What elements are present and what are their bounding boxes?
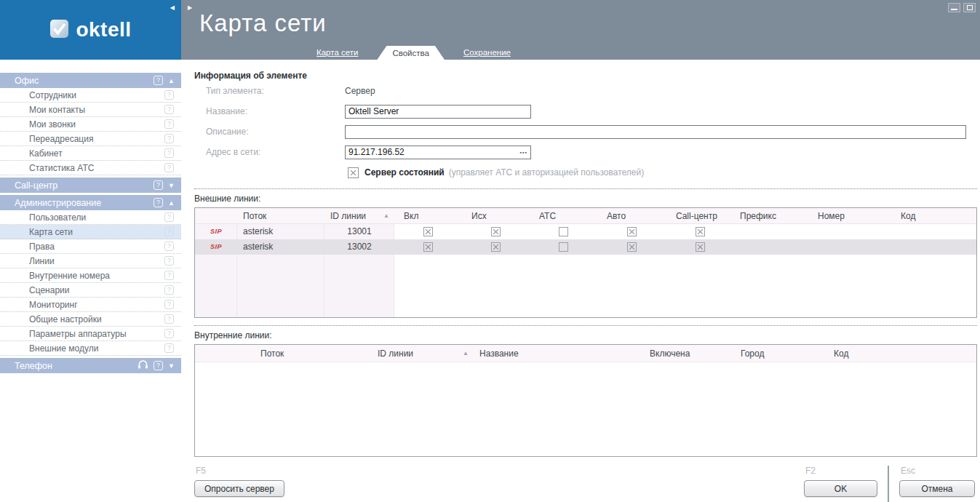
minimize-button[interactable] <box>948 3 960 12</box>
sidebar-item-external-modules[interactable]: Внешние модули? <box>0 341 181 356</box>
sidebar-collapse-icon[interactable]: ◀ <box>170 4 175 11</box>
checkbox-ats[interactable] <box>559 227 568 236</box>
sidebar-item-hardware-parameters[interactable]: Параметры аппаратуры? <box>0 327 181 341</box>
help-icon[interactable]: ? <box>164 256 174 266</box>
address-field[interactable] <box>345 146 531 159</box>
checkbox-call-center[interactable] <box>696 242 705 252</box>
column-header-line-id[interactable]: ID линии▲ <box>324 208 394 223</box>
state-server-row: Сервер состояний (управляет АТС и автори… <box>348 164 977 181</box>
cell-stream: asterisk <box>237 224 324 239</box>
description-field[interactable] <box>345 125 966 139</box>
sidebar-section-office[interactable]: Офис?▲ <box>0 73 181 88</box>
help-icon[interactable]: ? <box>154 180 163 190</box>
sidebar-item-network-map[interactable]: Карта сети? <box>0 225 181 239</box>
checkbox-isx[interactable] <box>491 242 501 252</box>
table-row[interactable]: SIPasterisk13002 <box>195 239 976 255</box>
cancel-button[interactable]: Отмена <box>899 480 975 497</box>
sidebar-item-rights[interactable]: Права? <box>0 239 181 254</box>
checkbox-vkl[interactable] <box>423 242 433 252</box>
help-icon[interactable]: ? <box>164 271 174 280</box>
section-expanded-icon: ▲ <box>168 199 175 207</box>
sidebar-item-my-calls[interactable]: Мои звонки? <box>0 117 181 132</box>
help-icon[interactable]: ? <box>164 105 174 114</box>
tab-network-map[interactable]: Карта сети <box>316 48 358 60</box>
column-header-name[interactable]: Название <box>474 345 640 362</box>
column-header-line-type[interactable] <box>195 208 237 223</box>
sidebar-item-lines[interactable]: Линии? <box>0 254 181 268</box>
tab-properties[interactable]: Свойства <box>377 46 445 60</box>
checkbox-vkl[interactable] <box>423 227 433 236</box>
sidebar-item-monitoring[interactable]: Мониторинг? <box>0 298 181 312</box>
column-header-line-id[interactable]: ID линии▲ <box>372 345 474 362</box>
help-icon[interactable]: ? <box>154 361 163 370</box>
help-icon[interactable]: ? <box>154 198 163 207</box>
sidebar-item-my-contacts[interactable]: Мои контакты? <box>0 103 181 117</box>
ok-button[interactable]: OK <box>804 480 877 497</box>
column-header-ats[interactable]: АТС <box>530 208 597 223</box>
content-expand-icon[interactable]: ▶ <box>188 4 192 11</box>
properties-panel: Информация об элементе Тип элемента: Сер… <box>181 60 980 502</box>
sidebar-section-phone[interactable]: Телефон?▼ <box>0 358 181 373</box>
sidebar-section-administration[interactable]: Администрирование?▲ <box>0 195 181 210</box>
address-browse-button[interactable]: ▪▪▪ <box>520 150 527 155</box>
checkbox-call-center[interactable] <box>696 227 705 236</box>
help-icon[interactable]: ? <box>154 76 163 85</box>
column-header-stream[interactable]: Поток <box>237 208 324 223</box>
footer-bar: F5 Опросить сервер F2 OK Esc Отмена <box>194 462 977 502</box>
cell-prefix <box>734 224 812 239</box>
sidebar-item-users[interactable]: Пользователи? <box>0 210 181 225</box>
help-icon[interactable]: ? <box>164 343 174 353</box>
column-header-code[interactable]: Код <box>895 208 976 223</box>
sidebar-item-general-settings[interactable]: Общие настройки? <box>0 312 181 327</box>
help-icon[interactable]: ? <box>164 163 174 172</box>
checkbox-avto[interactable] <box>627 227 637 236</box>
state-server-checkbox[interactable] <box>348 167 359 178</box>
column-header-label: Исх <box>471 211 487 221</box>
column-header-number[interactable]: Номер <box>812 208 895 223</box>
sidebar-item-forwarding[interactable]: Переадресация? <box>0 132 181 146</box>
help-icon[interactable]: ? <box>164 242 174 251</box>
maximize-button[interactable] <box>963 3 976 12</box>
sidebar-item-employees[interactable]: Сотрудники? <box>0 88 181 103</box>
help-icon[interactable]: ? <box>164 148 174 158</box>
column-header-label: Код <box>901 211 915 221</box>
help-icon[interactable]: ? <box>164 329 174 338</box>
column-header-isx[interactable]: Исх <box>462 208 530 223</box>
column-header-prefix[interactable]: Префикс <box>734 208 812 223</box>
column-header-code[interactable]: Код <box>828 345 976 362</box>
help-icon[interactable]: ? <box>164 119 174 129</box>
help-icon[interactable]: ? <box>164 90 174 100</box>
help-icon[interactable]: ? <box>164 314 174 324</box>
tab-saving[interactable]: Сохранение <box>463 48 511 60</box>
column-header-city[interactable]: Город <box>735 345 828 362</box>
column-header-label: Авто <box>607 211 626 221</box>
x-mark-icon <box>629 244 635 250</box>
help-icon[interactable]: ? <box>164 134 174 143</box>
checkbox-ats[interactable] <box>559 242 568 252</box>
column-header-enabled[interactable]: Включена <box>640 345 735 362</box>
poll-server-button[interactable]: Опросить сервер <box>194 480 284 497</box>
column-header-vkl[interactable]: Вкл <box>394 208 462 223</box>
column-header-call-center[interactable]: Call-центр <box>666 208 734 223</box>
column-header-avto[interactable]: Авто <box>597 208 666 223</box>
sidebar-item-cabinet[interactable]: Кабинет? <box>0 146 181 161</box>
sidebar-item-internal-numbers[interactable]: Внутренние номера? <box>0 268 181 283</box>
sidebar-section-call-center[interactable]: Call-центр?▼ <box>0 178 181 193</box>
column-header-stream[interactable]: Поток <box>255 345 372 362</box>
help-icon[interactable]: ? <box>164 212 174 222</box>
help-icon[interactable]: ? <box>164 300 174 309</box>
help-icon[interactable]: ? <box>164 285 174 295</box>
checkbox-isx[interactable] <box>491 227 501 236</box>
x-mark-icon <box>493 228 499 235</box>
table-row[interactable]: SIPasterisk13001 <box>195 224 976 239</box>
help-icon[interactable]: ? <box>164 227 174 236</box>
sidebar-item-pbx-statistics[interactable]: Статистика АТС? <box>0 161 181 175</box>
checkbox-avto[interactable] <box>627 242 637 252</box>
sidebar-item-scenarios[interactable]: Сценарии? <box>0 283 181 298</box>
cell-stream: asterisk <box>237 239 324 255</box>
name-label: Название: <box>194 106 345 116</box>
name-field[interactable] <box>345 105 531 119</box>
column-header-line-type[interactable] <box>195 345 255 362</box>
sidebar-item-label: Карта сети <box>29 227 164 237</box>
state-server-label: Сервер состояний <box>364 167 445 178</box>
